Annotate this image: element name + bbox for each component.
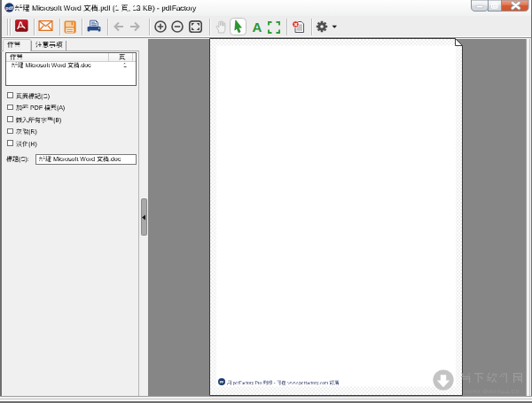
svg-text:PF: PF bbox=[220, 380, 224, 384]
svg-text:pdf: pdf bbox=[5, 5, 13, 11]
svg-text:A: A bbox=[252, 20, 262, 34]
